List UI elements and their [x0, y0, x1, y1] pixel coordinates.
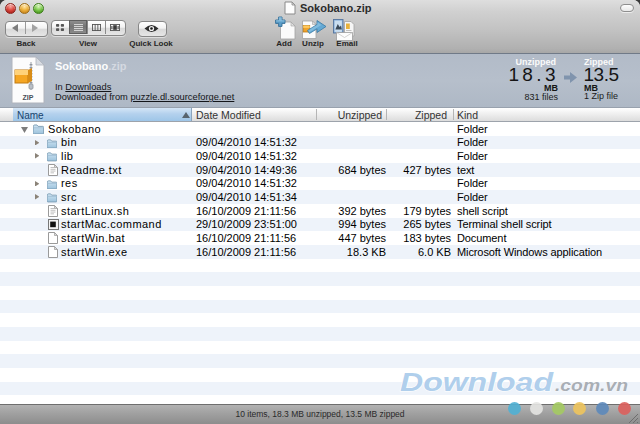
svg-text:ZIP: ZIP	[23, 94, 34, 101]
svg-text:.com.vn: .com.vn	[555, 376, 628, 395]
svg-text:Download: Download	[400, 368, 554, 396]
